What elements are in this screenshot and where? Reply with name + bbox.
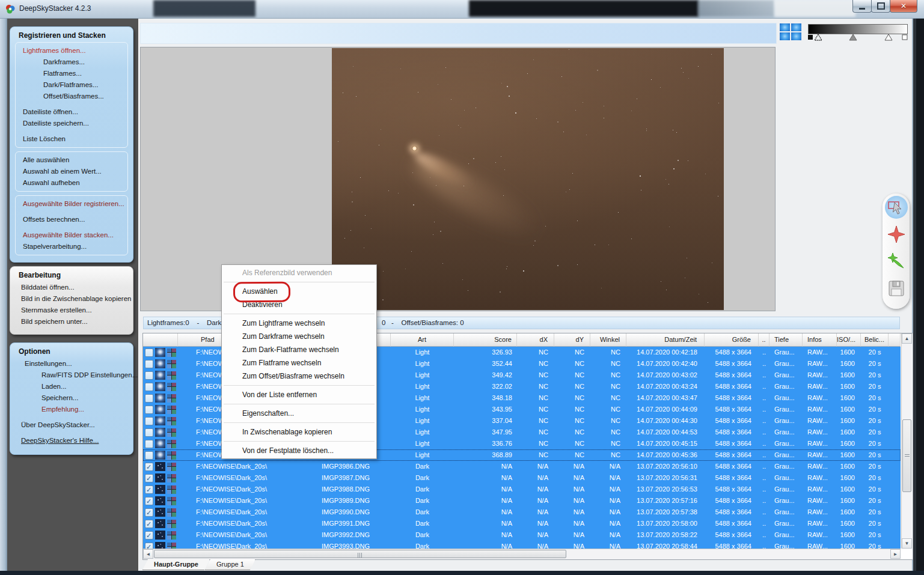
sidebar-item-einstellungen[interactable]: Einstellungen... [15,358,128,370]
white-point-square[interactable] [902,35,907,40]
sidebar-item-sternmaske-erstellen[interactable]: Sternmaske erstellen... [15,305,128,316]
scroll-up-arrow[interactable]: ▲ [902,333,912,344]
edit-comet-tool-button[interactable] [885,250,908,273]
menu-item-auswählen[interactable]: Auswählen [222,285,376,298]
column-header-Datum/Zeit[interactable]: Datum/Zeit [626,333,705,347]
horizontal-scrollbar[interactable]: ◄ ► [143,549,901,559]
row-checkbox[interactable] [145,508,153,517]
shadow-slider-triangle[interactable] [815,34,822,40]
column-header-Größe[interactable]: Größe [705,333,759,347]
row-checkbox[interactable] [145,451,153,460]
sidebar-item-lightframes-öffnen[interactable]: Lightframes öffnen... [17,45,126,56]
sidebar-item-raw-fits-ddp-einstellungen[interactable]: Raw/FITS DDP Einstellungen... [15,370,128,381]
row-checkbox[interactable] [145,531,153,540]
table-row[interactable]: F:\NEOWISE\Dark_20s\IMGP3989.DNGDarkN/AN… [143,495,901,507]
sidebar-item-stapelverarbeitung[interactable]: Stapelverarbeitung... [17,241,126,252]
sidebar-item-ausgewählte-bilder-registrieren[interactable]: Ausgewählte Bilder registrieren... [17,198,126,210]
sidebar-item-speichern[interactable]: Speichern... [15,392,128,404]
sidebar-item-ausgewählte-bilder-stacken[interactable]: Ausgewählte Bilder stacken... [17,230,126,241]
table-row[interactable]: F:\NEOWISE\Dark_20s\IMGP3993.DNGDarkN/AN… [143,541,901,549]
scroll-down-arrow[interactable]: ▼ [902,538,912,549]
black-point-square[interactable] [808,35,813,40]
close-button[interactable]: ✕ [890,0,917,13]
column-header-Infos[interactable]: Infos [803,333,837,347]
vertical-scroll-thumb[interactable] [902,419,911,492]
row-checkbox[interactable] [145,394,153,403]
column-header-Belic...[interactable]: Belic... [861,333,889,347]
vertical-scrollbar[interactable]: ▲ ▼ [901,333,912,549]
sidebar-item-über-deepskystacker[interactable]: Über DeepSkyStacker... [15,419,128,431]
sidebar-item-darkframes[interactable]: Darkframes... [17,56,126,68]
row-checkbox[interactable] [145,371,153,380]
menu-item-zum-lightframe-wechseln[interactable]: Zum Lightframe wechseln [222,317,376,330]
row-checkbox[interactable] [145,463,153,471]
menu-item-deaktivieren[interactable]: Deaktivieren [222,298,376,311]
table-row[interactable]: F:\NEOWISE\Dark_20s\IMGP3990.DNGDarkN/AN… [143,507,901,518]
menu-item-eigenschaften[interactable]: Eigenschaften... [222,407,376,420]
column-header-Art[interactable]: Art [391,333,454,347]
sidebar-item-dateiliste-speichern[interactable]: Dateiliste speichern... [17,118,126,129]
table-row[interactable]: F:\NEOWISE\Dark_20s\IMGP3988.DNGDarkN/AN… [143,484,901,495]
table-row[interactable]: F:\NEOWISE\Dark_20s\IMGP3987.DNGDarkN/AN… [143,472,901,484]
row-checkbox[interactable] [145,474,153,482]
sidebar-item-offsets-berechnen[interactable]: Offsets berechnen... [17,214,126,225]
column-header-..[interactable]: .. [759,333,769,347]
row-checkbox[interactable] [145,406,153,414]
sidebar-item-bilddatei-öffnen[interactable]: Bilddatei öffnen... [15,282,128,293]
table-row[interactable]: F:\NEOWISE\Dark_20s\IMGP3991.DNGDarkN/AN… [143,518,901,529]
menu-item-zum-flatframe-wechseln[interactable]: Zum Flatframe wechseln [222,356,376,370]
horizontal-scroll-thumb[interactable] [154,550,566,558]
sidebar-item-dark-flatframes[interactable]: Dark/Flatframes... [17,79,126,91]
histogram-slider-markers[interactable] [806,34,910,42]
sidebar-item-liste-löschen[interactable]: Liste Löschen [17,133,126,145]
minimize-button[interactable] [852,0,872,13]
sidebar-item-flatframes[interactable]: Flatframes... [17,68,126,79]
menu-item-von-der-festplatte-löschen[interactable]: Von der Festplatte löschen... [222,444,376,457]
row-checkbox[interactable] [145,440,153,448]
row-checkbox[interactable] [145,417,153,425]
row-checkbox[interactable] [145,360,153,368]
column-header-dX[interactable]: dX [517,333,554,347]
row-checkbox[interactable] [145,485,153,494]
table-row[interactable]: F:\NEOWISE\Dark_20s\IMGP3992.DNGDarkN/AN… [143,529,901,541]
comet-neowise-image[interactable] [332,48,724,310]
row-checkbox[interactable] [145,497,153,505]
sidebar-item-bild-in-die-zwischenablage-kopieren[interactable]: Bild in die Zwischenablage kopieren [15,293,128,305]
scroll-right-arrow[interactable]: ► [890,549,901,559]
column-header-Score[interactable]: Score [454,333,517,347]
column-header-col0[interactable] [143,333,178,347]
sidebar-item-dateiliste-öffnen[interactable]: Dateiliste öffnen... [17,106,126,118]
sidebar-item-auswahl-aufheben[interactable]: Auswahl aufheben [17,177,126,189]
edit-stars-tool-button[interactable] [885,223,908,246]
sidebar-item-offset-biasframes[interactable]: Offset/Biasframes... [17,91,126,102]
row-checkbox[interactable] [145,348,153,357]
menu-item-zum-darkframe-wechseln[interactable]: Zum Darkframe wechseln [222,330,376,343]
row-checkbox[interactable] [145,543,153,549]
restore-button[interactable] [871,0,890,13]
row-checkbox[interactable] [145,383,153,391]
sidebar-item-bild-speichern-unter[interactable]: Bild speichern unter... [15,316,128,327]
column-header-ISO/...[interactable]: ISO/... [837,333,861,347]
sidebar-item-deepskystacker-s-hilfe[interactable]: DeepSkyStacker's Hilfe... [15,435,128,446]
menu-item-zum-offset-biasframe-wechseln[interactable]: Zum Offset/Biasframe wechseln [222,370,376,383]
save-image-tool-button[interactable] [885,277,908,300]
sidebar-item-empfehlung[interactable]: Empfehlung... [15,404,128,415]
highlight-slider-triangle[interactable] [885,34,892,40]
scroll-left-arrow[interactable]: ◄ [143,549,153,559]
tab-haupt-gruppe[interactable]: Haupt-Gruppe [142,559,210,570]
histogram-gradient-bar[interactable] [808,24,908,34]
tab-gruppe-1[interactable]: Gruppe 1 [205,559,255,570]
select-rect-tool-button[interactable] [885,196,908,219]
menu-item-in-zwischenablage-kopieren[interactable]: In Zwischenablage kopieren [222,425,376,439]
four-squares-icon[interactable] [780,23,801,40]
row-checkbox[interactable] [145,428,153,437]
row-checkbox[interactable] [145,520,153,528]
menu-item-von-der-liste-entfernen[interactable]: Von der Liste entfernen [222,388,376,401]
midtone-slider-triangle[interactable] [849,34,857,40]
column-header-Winkel[interactable]: Winkel [590,333,626,347]
column-header-dY[interactable]: dY [554,333,590,347]
sidebar-item-auswahl-ab-einem-wert[interactable]: Auswahl ab einem Wert... [17,166,126,177]
sidebar-item-alle-auswählen[interactable]: Alle auswählen [17,154,126,166]
sidebar-item-laden[interactable]: Laden... [15,381,128,392]
column-header-Tiefe[interactable]: Tiefe [769,333,803,347]
